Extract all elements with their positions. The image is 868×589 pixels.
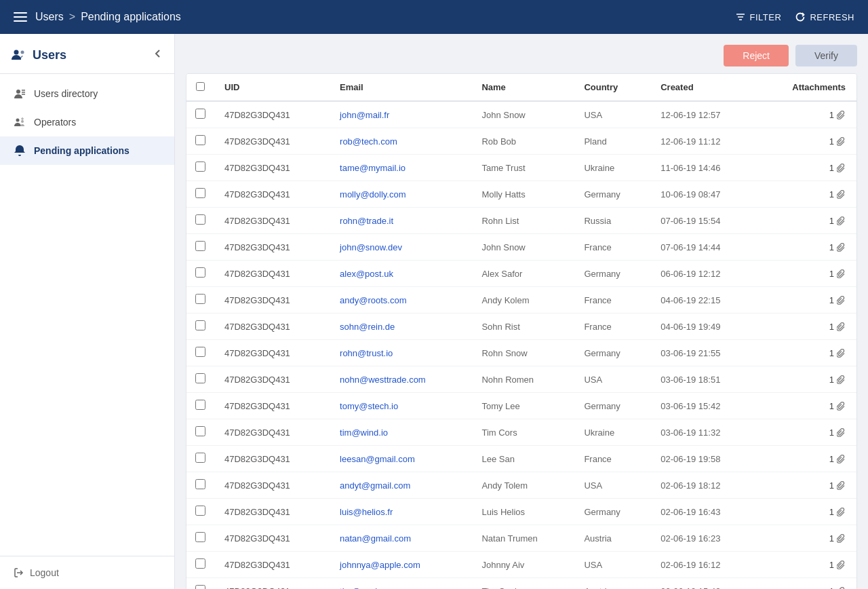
row-checkbox[interactable] bbox=[195, 294, 205, 304]
row-created: 04-06-19 22:15 bbox=[650, 287, 757, 314]
row-created: 07-06-19 14:44 bbox=[650, 234, 757, 261]
paperclip-icon bbox=[837, 428, 846, 437]
row-checkbox[interactable] bbox=[195, 506, 205, 516]
logout-button[interactable]: Logout bbox=[14, 567, 59, 578]
chevron-left-icon bbox=[153, 48, 163, 59]
row-email[interactable]: tim@apple.com bbox=[329, 578, 471, 590]
row-checkbox-cell bbox=[186, 234, 214, 261]
row-email[interactable]: andy@roots.com bbox=[329, 287, 471, 314]
row-email[interactable]: rohn@trust.io bbox=[329, 340, 471, 366]
row-name: Lee San bbox=[471, 446, 573, 472]
row-attachments: 1 bbox=[757, 552, 856, 578]
row-name: Rohn List bbox=[471, 208, 573, 234]
paperclip-icon bbox=[837, 560, 846, 569]
row-checkbox[interactable] bbox=[195, 162, 205, 172]
row-uid: 47D82G3DQ431 bbox=[214, 181, 329, 208]
row-checkbox[interactable] bbox=[195, 267, 205, 278]
paperclip-icon bbox=[837, 269, 846, 278]
row-checkbox[interactable] bbox=[195, 479, 205, 489]
breadcrumb-parent[interactable]: Users bbox=[35, 11, 64, 23]
row-email[interactable]: leesan@gmail.com bbox=[329, 446, 471, 472]
row-email[interactable]: luis@helios.fr bbox=[329, 499, 471, 525]
paperclip-icon bbox=[837, 296, 846, 305]
table-header-email[interactable]: Email bbox=[329, 74, 471, 101]
row-name: Tim Cors bbox=[471, 419, 573, 446]
filter-button[interactable]: FILTER bbox=[735, 12, 782, 22]
paperclip-icon bbox=[837, 164, 846, 172]
row-country: France bbox=[573, 287, 650, 314]
reject-button[interactable]: Reject bbox=[724, 45, 789, 66]
row-name: John Snow bbox=[471, 101, 573, 128]
row-email[interactable]: rob@tech.com bbox=[329, 128, 471, 155]
row-uid: 47D82G3DQ431 bbox=[214, 578, 329, 590]
table-header-name[interactable]: Name bbox=[471, 74, 573, 101]
row-email[interactable]: john@mail.fr bbox=[329, 101, 471, 128]
row-email[interactable]: tame@mymail.io bbox=[329, 155, 471, 181]
row-attachments: 1 bbox=[757, 181, 856, 208]
row-checkbox[interactable] bbox=[195, 373, 205, 383]
row-uid: 47D82G3DQ431 bbox=[214, 366, 329, 393]
paperclip-icon bbox=[837, 216, 846, 225]
row-checkbox-cell bbox=[186, 340, 214, 366]
action-bar: Reject Verify bbox=[186, 45, 857, 66]
row-uid: 47D82G3DQ431 bbox=[214, 101, 329, 128]
sidebar-item-label-pending-applications: Pending applications bbox=[34, 145, 130, 156]
row-checkbox[interactable] bbox=[195, 320, 205, 330]
row-checkbox[interactable] bbox=[195, 400, 205, 410]
row-email[interactable]: sohn@rein.de bbox=[329, 314, 471, 340]
row-email[interactable]: johnnya@apple.com bbox=[329, 552, 471, 578]
table-header-country[interactable]: Country bbox=[573, 74, 650, 101]
refresh-button[interactable]: REFRESH bbox=[795, 12, 854, 22]
applications-table: UID Email Name Country Created Attachmen… bbox=[186, 74, 856, 589]
svg-rect-2 bbox=[14, 20, 27, 22]
verify-button[interactable]: Verify bbox=[795, 45, 857, 66]
svg-point-7 bbox=[21, 51, 24, 54]
row-checkbox-cell bbox=[186, 181, 214, 208]
row-checkbox[interactable] bbox=[195, 426, 205, 436]
row-checkbox[interactable] bbox=[195, 135, 205, 145]
row-checkbox[interactable] bbox=[195, 214, 205, 225]
row-email[interactable]: alex@post.uk bbox=[329, 261, 471, 287]
row-checkbox[interactable] bbox=[195, 532, 205, 542]
row-created: 12-06-19 11:12 bbox=[650, 128, 757, 155]
sidebar-item-pending-applications[interactable]: Pending applications bbox=[0, 136, 174, 165]
row-checkbox[interactable] bbox=[195, 109, 205, 119]
row-email[interactable]: rohn@trade.it bbox=[329, 208, 471, 234]
row-country: Germany bbox=[573, 393, 650, 419]
row-email[interactable]: andyt@gmail.com bbox=[329, 472, 471, 499]
row-checkbox-cell bbox=[186, 472, 214, 499]
table-row: 47D82G3DQ431 tim@wind.io Tim Cors Ukrain… bbox=[186, 419, 856, 446]
row-attachments: 1 bbox=[757, 366, 856, 393]
users-sidebar-icon bbox=[11, 48, 26, 62]
paperclip-icon bbox=[837, 587, 846, 590]
row-email[interactable]: john@snow.dev bbox=[329, 234, 471, 261]
sidebar-collapse-button[interactable] bbox=[153, 48, 163, 62]
row-country: USA bbox=[573, 552, 650, 578]
row-created: 02-06-19 19:58 bbox=[650, 446, 757, 472]
row-checkbox[interactable] bbox=[195, 188, 205, 198]
row-created: 02-06-19 15:42 bbox=[650, 578, 757, 590]
row-email[interactable]: tomy@stech.io bbox=[329, 393, 471, 419]
row-checkbox[interactable] bbox=[195, 453, 205, 463]
svg-rect-0 bbox=[14, 12, 27, 14]
row-email[interactable]: molly@dolly.com bbox=[329, 181, 471, 208]
row-checkbox[interactable] bbox=[195, 347, 205, 357]
row-checkbox[interactable] bbox=[195, 558, 205, 569]
row-checkbox[interactable] bbox=[195, 585, 205, 589]
row-email[interactable]: nohn@westtrade.com bbox=[329, 366, 471, 393]
paperclip-icon bbox=[837, 481, 846, 490]
menu-button[interactable] bbox=[14, 10, 27, 24]
sidebar-item-users-directory[interactable]: Users directory bbox=[0, 79, 174, 108]
row-uid: 47D82G3DQ431 bbox=[214, 287, 329, 314]
sidebar-item-operators[interactable]: Operators bbox=[0, 108, 174, 136]
row-checkbox[interactable] bbox=[195, 241, 205, 251]
table-header-attachments[interactable]: Attachments bbox=[757, 74, 856, 101]
table-header-created[interactable]: Created bbox=[650, 74, 757, 101]
row-email[interactable]: tim@wind.io bbox=[329, 419, 471, 446]
row-uid: 47D82G3DQ431 bbox=[214, 234, 329, 261]
table-header-uid[interactable]: UID bbox=[214, 74, 329, 101]
row-email[interactable]: natan@gmail.com bbox=[329, 525, 471, 552]
select-all-checkbox[interactable] bbox=[196, 82, 205, 91]
table-row: 47D82G3DQ431 luis@helios.fr Luis Helios … bbox=[186, 499, 856, 525]
row-attachments: 1 bbox=[757, 101, 856, 128]
